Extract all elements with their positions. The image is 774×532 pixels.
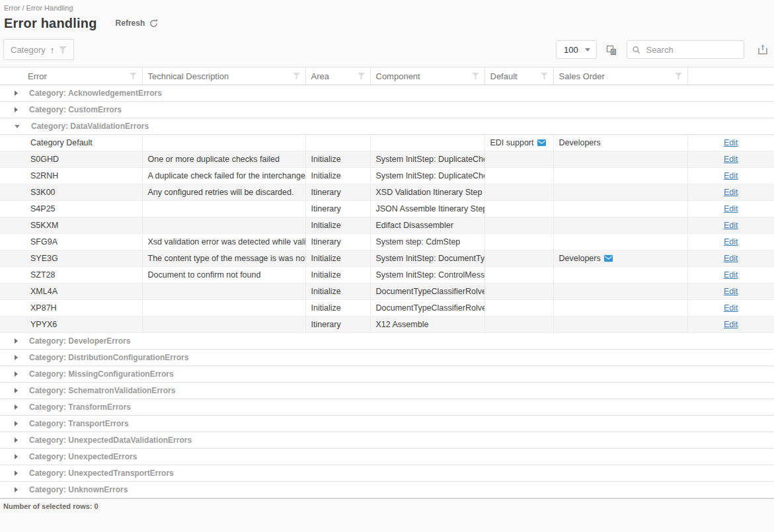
category-group-row[interactable]: Category: TransportErrors [0,416,774,432]
category-group-row[interactable]: Category: DistributionConfigurationError… [0,350,774,366]
filter-icon[interactable] [130,73,137,79]
mail-icon[interactable] [537,139,546,146]
error-cell-text: Category Default [30,138,93,147]
error-cell-text: YPYX6 [30,320,57,329]
edit-link[interactable]: Edit [724,303,738,313]
category-group-row[interactable]: Category: AcknowledgementErrors [0,85,774,102]
category-group-row[interactable]: Category: SchematronValidationErrors [0,383,774,399]
export-button[interactable] [755,42,770,57]
filter-icon[interactable] [472,73,479,79]
error-row[interactable]: SYE3GThe content type of the message is … [0,250,774,267]
category-group-label: Category: CustomErrors [29,105,122,114]
error-row[interactable]: YPYX6ItineraryX12 AssembleEdit [0,317,774,333]
page-size-value: 100 [564,45,578,55]
error-row[interactable]: S4P25ItineraryJSON Assemble Itinerary St… [0,201,774,217]
collapse-arrow-icon[interactable] [15,125,20,128]
filter-icon[interactable] [358,73,365,79]
edit-link[interactable]: Edit [724,221,738,230]
technical-description-cell [142,284,305,300]
page-size-select[interactable]: 100 [556,40,597,59]
expand-arrow-icon[interactable] [15,371,18,377]
edit-cell: Edit [687,217,774,234]
expand-arrow-icon[interactable] [15,338,18,344]
category-group-row[interactable]: Category: TransformErrors [0,399,774,416]
group-by-category-chip[interactable]: Category ↑ [3,39,74,60]
expand-arrow-icon[interactable] [15,388,18,393]
category-group-row[interactable]: Category: UnknownErrors [0,482,774,498]
filter-icon[interactable] [293,73,300,79]
category-group-row[interactable]: Category: UnexpectedErrors [0,449,774,465]
error-row[interactable]: SZT28Document to confirm not foundInitia… [0,267,774,284]
edit-link[interactable]: Edit [724,171,738,180]
error-row[interactable]: S5KXMInitializeEdifact DisassemblerEdit [0,217,774,234]
edit-link[interactable]: Edit [724,138,738,147]
category-group-label: Category: DataValidationErrors [31,122,149,131]
edit-link[interactable]: Edit [724,270,738,280]
column-chooser-button[interactable] [604,42,619,57]
column-header-sales-order[interactable]: Sales Order [553,67,687,85]
filter-icon[interactable] [541,73,548,79]
search-icon [633,46,640,54]
area-cell-text: Initialize [311,303,341,313]
filter-icon[interactable] [59,46,67,54]
sales-order-cell [553,151,687,168]
expand-arrow-icon[interactable] [15,487,18,492]
column-header-component[interactable]: Component [370,67,484,85]
column-header-default[interactable]: Default [484,67,553,85]
expand-arrow-icon[interactable] [15,471,18,476]
refresh-icon [149,19,159,28]
edit-link[interactable]: Edit [724,287,738,296]
filter-icon[interactable] [675,73,682,79]
column-header-area[interactable]: Area [305,67,370,85]
column-header-label: Component [376,71,420,81]
breadcrumb[interactable]: Error / Error Handling [0,0,774,13]
sort-ascending-icon[interactable]: ↑ [50,45,55,55]
component-cell-text: JSON Assemble Itinerary Step [376,204,485,213]
grid-header-row: ErrorTechnical DescriptionAreaComponentD… [0,67,774,85]
expand-arrow-icon[interactable] [15,107,18,112]
edit-link[interactable]: Edit [724,237,738,247]
category-group-row[interactable]: Category: CustomErrors [0,102,774,118]
category-group-row[interactable]: Category: UnexpectedDataValidationErrors [0,432,774,449]
search-input[interactable] [644,44,738,56]
expand-arrow-icon[interactable] [15,421,18,426]
edit-link[interactable]: Edit [724,254,738,263]
expand-arrow-icon[interactable] [15,355,18,360]
expand-arrow-icon[interactable] [15,91,18,96]
error-row[interactable]: S0GHDOne or more duplicate checks failed… [0,151,774,168]
expand-arrow-icon[interactable] [15,437,18,443]
component-cell-text: System InitStep: DocumentTypeC... [376,254,485,263]
error-row[interactable]: XML4AInitializeDocumentTypeClassifierRol… [0,284,774,300]
group-chip-label: Category [11,45,46,55]
edit-link[interactable]: Edit [724,155,738,164]
category-group-label: Category: DeveloperErrors [29,336,130,346]
error-row[interactable]: Category DefaultEDI supportDevelopersEdi… [0,135,774,151]
column-header-actions[interactable] [687,67,774,85]
search-box[interactable] [627,40,744,59]
expand-arrow-icon[interactable] [15,454,18,459]
edit-link[interactable]: Edit [724,188,738,197]
error-cell-text: S4P25 [30,204,56,213]
error-row[interactable]: XP87HInitializeDocumentTypeClassifierRol… [0,300,774,317]
category-group-row[interactable]: Category: DataValidationErrors [0,118,774,135]
refresh-button[interactable]: Refresh [116,19,159,28]
category-group-row[interactable]: Category: MissingConfigurationErrors [0,366,774,383]
column-header-error[interactable]: Error [0,67,142,85]
column-header-label: Area [311,71,329,81]
mail-icon[interactable] [604,255,613,262]
category-group-row[interactable]: Category: DeveloperErrors [0,333,774,350]
component-cell: System InitStep: DuplicateCheckS... [370,168,484,184]
column-header-technical-description[interactable]: Technical Description [142,67,305,85]
expand-arrow-icon[interactable] [15,404,18,410]
technical-description-cell: One or more duplicate checks failed [142,151,305,168]
error-row[interactable]: SFG9AXsd validation error was detected w… [0,234,774,250]
category-group-row[interactable]: Category: UnexpectedTransportErrors [0,465,774,482]
edit-cell: Edit [687,151,774,168]
edit-link[interactable]: Edit [724,204,738,213]
technical-description-cell [142,201,305,217]
error-row[interactable]: S2RNHA duplicate check failed for the in… [0,168,774,184]
edit-link[interactable]: Edit [724,320,738,329]
default-cell: EDI support [484,135,553,151]
refresh-label: Refresh [116,19,145,28]
error-row[interactable]: S3K00Any configured retries will be disc… [0,184,774,201]
